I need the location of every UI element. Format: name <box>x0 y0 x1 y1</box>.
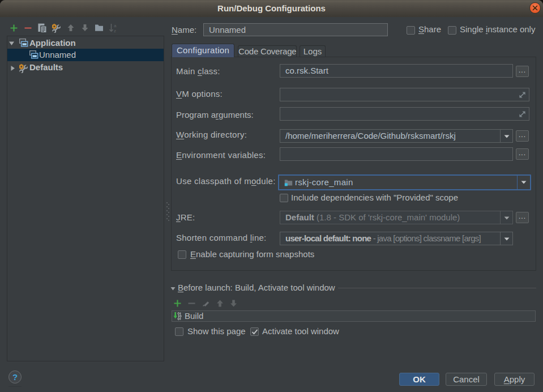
svg-text:z: z <box>114 28 116 33</box>
svg-text:a: a <box>114 23 117 28</box>
